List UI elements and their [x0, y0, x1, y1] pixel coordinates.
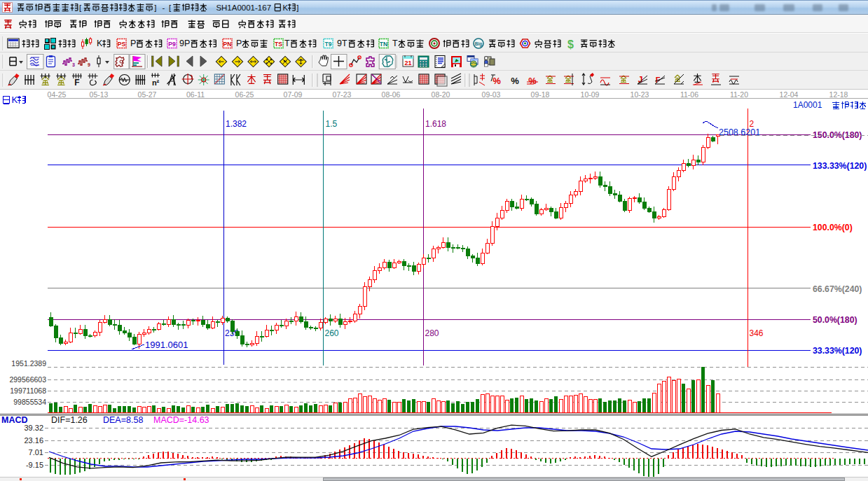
svg-text:9: 9: [88, 62, 90, 67]
svg-text:T9: T9: [325, 41, 332, 48]
svg-text:F: F: [74, 78, 79, 88]
svg-text:[: [: [79, 4, 82, 12]
svg-text:7.01: 7.01: [29, 448, 43, 456]
svg-text:TN: TN: [380, 41, 387, 48]
svg-text:TS: TS: [275, 41, 282, 48]
svg-text:299566603: 299566603: [9, 375, 46, 384]
svg-text:9T: 9T: [337, 39, 347, 48]
svg-text:1.5: 1.5: [326, 119, 338, 129]
svg-text:260: 260: [325, 328, 339, 338]
svg-text:DIF=1.26: DIF=1.26: [51, 415, 88, 425]
svg-text:MACD=-14.63: MACD=-14.63: [153, 415, 209, 425]
svg-text:PS: PS: [118, 41, 126, 48]
svg-text:06-11: 06-11: [186, 90, 205, 99]
svg-text:21: 21: [404, 60, 411, 67]
svg-text:12-04: 12-04: [780, 90, 799, 99]
svg-text:P9: P9: [168, 41, 176, 48]
svg-text:T: T: [392, 39, 398, 48]
svg-text:3: 3: [72, 62, 75, 67]
svg-text:39.32: 39.32: [24, 424, 43, 432]
svg-text:09-03: 09-03: [482, 90, 501, 99]
svg-text:07-23: 07-23: [333, 90, 352, 99]
svg-text:10-23: 10-23: [631, 90, 649, 99]
svg-text:n²: n²: [152, 78, 160, 87]
svg-text:1991.0601: 1991.0601: [145, 340, 188, 350]
svg-text:1951.2389: 1951.2389: [11, 359, 46, 368]
svg-text:280: 280: [425, 328, 439, 338]
svg-text:$: $: [567, 39, 574, 50]
svg-text:-: -: [163, 4, 165, 12]
svg-text:07-09: 07-09: [284, 90, 303, 99]
svg-text:199711068: 199711068: [10, 386, 46, 395]
svg-text:T: T: [284, 39, 290, 48]
svg-text:K: K: [97, 39, 103, 48]
svg-text:04-25: 04-25: [48, 90, 67, 99]
svg-text:12-18: 12-18: [829, 90, 848, 99]
svg-text:133.33%(120): 133.33%(120): [813, 161, 867, 171]
svg-text:50.0%(180): 50.0%(180): [813, 315, 857, 325]
svg-text:05-27: 05-27: [138, 90, 157, 99]
svg-text:PN: PN: [223, 41, 232, 48]
svg-text:%: %: [511, 76, 519, 86]
svg-text:]: ]: [154, 4, 156, 12]
svg-text:K: K: [283, 4, 289, 12]
svg-text:[: [: [169, 4, 172, 12]
svg-text:2508.6201: 2508.6201: [719, 127, 760, 137]
svg-text:1.382: 1.382: [226, 119, 247, 129]
svg-text:K: K: [12, 95, 18, 105]
svg-text:P: P: [236, 39, 242, 48]
svg-text:23.16: 23.16: [24, 436, 43, 445]
svg-text:-9.15: -9.15: [26, 461, 43, 469]
svg-text:1A0001: 1A0001: [793, 100, 822, 110]
svg-text:11-06: 11-06: [680, 90, 698, 99]
svg-text:09-18: 09-18: [531, 90, 550, 99]
svg-text:06-25: 06-25: [235, 90, 254, 99]
svg-text:08-20: 08-20: [432, 90, 450, 99]
svg-text:%: %: [492, 76, 501, 86]
svg-text:10-09: 10-09: [581, 90, 600, 99]
svg-text:1.618: 1.618: [425, 119, 446, 129]
svg-text:P: P: [130, 39, 136, 48]
svg-text:08-06: 08-06: [382, 90, 401, 99]
svg-text:66.67%(240): 66.67%(240): [813, 284, 862, 294]
svg-text:33.33%(120): 33.33%(120): [813, 346, 862, 356]
svg-text:Big: Big: [475, 41, 483, 47]
svg-text:11-20: 11-20: [730, 90, 748, 99]
svg-text:SH1A0001-167: SH1A0001-167: [216, 4, 271, 12]
svg-text:9P: 9P: [179, 39, 190, 48]
svg-text:DEA=8.58: DEA=8.58: [103, 415, 143, 425]
svg-text:]: ]: [296, 4, 298, 12]
svg-text:346: 346: [750, 328, 764, 338]
svg-text:100.0%(0): 100.0%(0): [813, 223, 853, 232]
svg-text:%: %: [528, 76, 537, 86]
svg-text:99855534: 99855534: [13, 398, 46, 406]
svg-text:05-13: 05-13: [90, 90, 109, 99]
